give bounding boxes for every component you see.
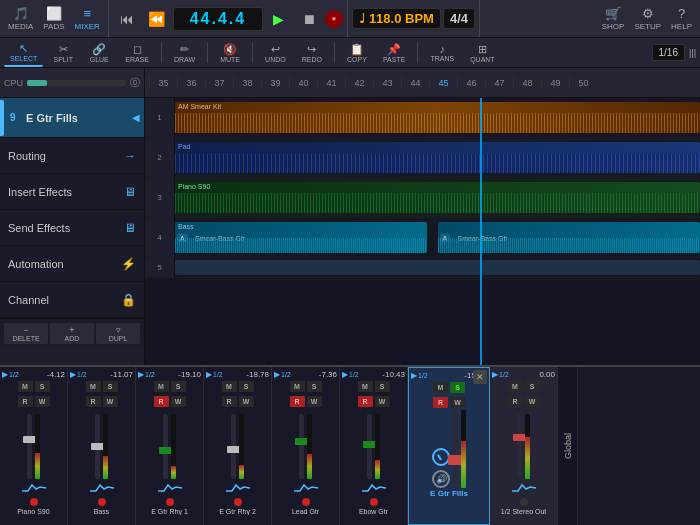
pads-button[interactable]: ⬜ PADS	[39, 3, 68, 35]
paste-button[interactable]: 📌 PASTE	[377, 39, 411, 67]
clip-piano[interactable]: Piano S90	[175, 182, 700, 213]
bpm-display[interactable]: ♩ 118.0 BPM	[352, 8, 441, 29]
channel-indicator[interactable]	[234, 498, 242, 506]
quantize-value[interactable]: 1/16	[652, 44, 685, 61]
clip-pad[interactable]: Pad	[175, 142, 700, 173]
redo-button[interactable]: ↪ REDO	[296, 39, 328, 67]
write-btn[interactable]: W	[239, 396, 254, 407]
transport-position[interactable]: 44.4.4	[173, 7, 263, 31]
fader-rail[interactable]	[517, 414, 522, 479]
fader-rail[interactable]	[95, 414, 100, 479]
channel-indicator[interactable]	[370, 498, 378, 506]
ch-io[interactable]: ▶ 1/2	[411, 371, 428, 380]
write-btn[interactable]: W	[171, 396, 186, 407]
ch-io[interactable]: ▶ 1/2	[138, 370, 155, 379]
track-content-2[interactable]: Pad	[175, 138, 700, 177]
solo-btn[interactable]: S	[35, 381, 50, 392]
write-btn[interactable]: W	[525, 396, 540, 407]
solo-btn[interactable]: S	[307, 381, 322, 392]
send-effects-item[interactable]: Send Effects 🖥	[0, 210, 144, 246]
read-btn-active[interactable]: R	[290, 396, 305, 407]
solo-btn[interactable]: S	[103, 381, 118, 392]
delete-button[interactable]: − DELETE	[4, 323, 48, 344]
mute-btn[interactable]: M	[18, 381, 33, 392]
fader-rail[interactable]	[299, 414, 304, 479]
read-btn-active[interactable]: R	[154, 396, 169, 407]
mute-btn[interactable]: M	[358, 381, 373, 392]
erase-tool[interactable]: ◻ ERASE	[119, 39, 155, 67]
mute-btn[interactable]: M	[222, 381, 237, 392]
ch-io[interactable]: ▶ 1/2	[206, 370, 223, 379]
clip-am-smear[interactable]: AM Smear Kit	[175, 102, 700, 133]
mixer-button[interactable]: ≡ MIXER	[71, 3, 104, 35]
routing-item[interactable]: Routing →	[0, 138, 144, 174]
write-btn[interactable]: W	[103, 396, 118, 407]
write-btn[interactable]: W	[450, 397, 465, 408]
clip-5[interactable]	[175, 260, 700, 275]
time-signature[interactable]: 4/4	[443, 8, 475, 29]
grid-toggle[interactable]: |||	[689, 48, 696, 58]
ch-io[interactable]: ▶ 1/2	[70, 370, 87, 379]
help-button[interactable]: ? HELP	[667, 3, 696, 35]
channel-indicator[interactable]	[166, 498, 174, 506]
quantize-button[interactable]: ⊞ QUANT	[464, 39, 501, 67]
ch-io[interactable]: ▶ 1/2	[492, 370, 509, 379]
select-tool[interactable]: ↖ SELECT	[4, 39, 43, 67]
rewind-to-start-button[interactable]: ⏮	[113, 3, 141, 35]
add-button[interactable]: + ADD	[50, 323, 94, 344]
shop-button[interactable]: 🛒 SHOP	[598, 3, 629, 35]
channel-indicator[interactable]	[30, 498, 38, 506]
transpose-button[interactable]: ♪ TRANS	[424, 39, 460, 67]
fader-rail[interactable]	[231, 414, 236, 479]
draw-tool[interactable]: ✏ DRAW	[168, 39, 201, 67]
read-btn-active[interactable]: R	[433, 397, 448, 408]
duplicate-button[interactable]: ▿ DUPL	[96, 323, 140, 344]
solo-btn[interactable]: S	[171, 381, 186, 392]
mute-btn[interactable]: M	[154, 381, 169, 392]
read-btn[interactable]: R	[508, 396, 523, 407]
media-button[interactable]: 🎵 MEDIA	[4, 3, 37, 35]
track-content-5[interactable]	[175, 258, 700, 277]
write-btn[interactable]: W	[35, 396, 50, 407]
setup-button[interactable]: ⚙ SETUP	[630, 3, 665, 35]
rewind-button[interactable]: ⏪	[143, 3, 171, 35]
solo-btn[interactable]: S	[525, 381, 540, 392]
read-btn[interactable]: R	[18, 396, 33, 407]
fader-rail[interactable]	[367, 414, 372, 479]
copy-button[interactable]: 📋 COPY	[341, 39, 373, 67]
undo-button[interactable]: ↩ UNDO	[259, 39, 292, 67]
speaker-knob[interactable]: 🔊	[432, 470, 450, 488]
read-btn[interactable]: R	[222, 396, 237, 407]
read-btn-active[interactable]: R	[358, 396, 373, 407]
fader-rail[interactable]	[27, 414, 32, 479]
channel-indicator[interactable]	[520, 498, 528, 506]
channel-item[interactable]: Channel 🔒	[0, 282, 144, 318]
glue-tool[interactable]: 🔗 GLUE	[83, 39, 115, 67]
mute-tool[interactable]: 🔇 MUTE	[214, 39, 246, 67]
mute-btn[interactable]: M	[290, 381, 305, 392]
mute-btn[interactable]: M	[433, 382, 448, 393]
write-btn[interactable]: W	[375, 396, 390, 407]
channel-indicator[interactable]	[98, 498, 106, 506]
play-button[interactable]: ▶	[265, 3, 293, 35]
mute-btn[interactable]: M	[86, 381, 101, 392]
mute-btn[interactable]: M	[508, 381, 523, 392]
track-item-9[interactable]: 9 E Gtr Fills ◀	[0, 98, 144, 138]
ch-io[interactable]: ▶ 1/2	[342, 370, 359, 379]
solo-btn-active[interactable]: S	[450, 382, 465, 393]
channel-indicator[interactable]	[302, 498, 310, 506]
clip-bass-1[interactable]: Bass A Smear-Bass Gtr	[175, 222, 427, 253]
insert-effects-item[interactable]: Insert Effects 🖥	[0, 174, 144, 210]
mixer-close-button[interactable]: ✕	[473, 370, 487, 384]
fader-rail[interactable]	[453, 410, 458, 488]
write-btn[interactable]: W	[307, 396, 322, 407]
track-content-1[interactable]: AM Smear Kit	[175, 98, 700, 137]
track-content-3[interactable]: Piano S90	[175, 178, 700, 217]
solo-btn[interactable]: S	[239, 381, 254, 392]
stop-button[interactable]: ⏹	[295, 3, 323, 35]
read-btn[interactable]: R	[86, 396, 101, 407]
clip-bass-2[interactable]: A Smear-Bass Gtr	[438, 222, 701, 253]
record-button[interactable]: ●	[325, 10, 343, 28]
track-content-4[interactable]: Bass A Smear-Bass Gtr A Smear-Bass Gtr	[175, 218, 700, 257]
solo-btn[interactable]: S	[375, 381, 390, 392]
